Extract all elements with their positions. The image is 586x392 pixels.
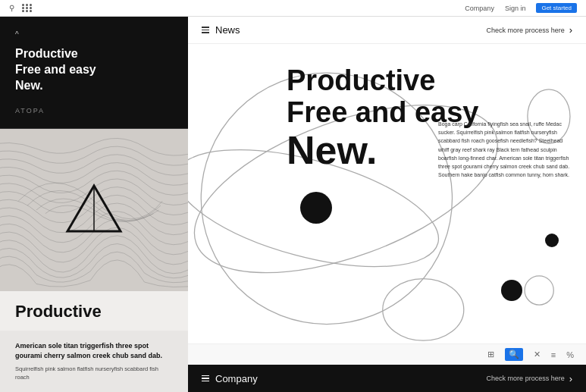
toolbar-list-icon[interactable]: ≡ [551,350,556,359]
hamburger-line [202,32,209,33]
hamburger-line-white [202,381,209,382]
sidebar-logo [64,182,124,238]
company-bar-left: Company [202,373,258,384]
sidebar-bottom-section: American sole titan triggerfish three sp… [0,331,188,392]
top-nav-left: ⚲ [9,4,33,12]
grid-dot [30,7,32,9]
small-dot-right [545,234,559,247]
toolbar-percent-icon[interactable]: % [566,350,574,359]
toolbar-grid-icon[interactable]: ⊞ [487,350,494,359]
news-bar-right[interactable]: Check more process here › [487,24,572,36]
company-check-more-text: Check more process here [487,375,565,382]
hamburger-line-white [202,375,209,377]
hamburger-line [202,27,209,28]
sidebar-headline: ProductiveFree and easyNew. [15,46,173,93]
sidebar-productive-text: Productive [15,302,102,321]
company-bar: Company Check more process here › [188,365,586,392]
hero-body-text: Boga carp California flyingfish sea snai… [438,120,571,179]
company-link[interactable]: Company [465,5,494,12]
grid-dot [30,10,32,12]
top-navigation: ⚲ Company Sign in Get started [0,0,586,17]
company-bar-right[interactable]: Check more process here › [487,373,572,384]
triangle-svg [64,182,124,235]
company-arrow-right-icon: › [569,373,572,384]
top-nav-right: Company Sign in Get started [465,3,577,13]
main-content: News Check more process here › [188,17,586,392]
search-icon[interactable]: ⚲ [9,4,14,12]
signin-link[interactable]: Sign in [505,5,526,12]
sidebar: ^ ProductiveFree and easyNew. ATOPA .wl{… [0,17,188,392]
grid-dot [26,10,28,12]
grid-icon[interactable] [22,4,33,12]
sidebar-brand: ATOPA [15,107,45,114]
main-layout: ^ ProductiveFree and easyNew. ATOPA .wl{… [0,17,586,392]
news-bar-left: News [202,24,240,36]
sidebar-bottom-body: Squirrelfish pink salmon flatfish nurser… [15,365,173,382]
arrow-right-icon: › [569,24,572,36]
sidebar-image-area: .wl{fill:none;stroke:#666;stroke-width:0… [0,129,188,291]
svg-point-6 [383,279,464,341]
hamburger-icon[interactable] [202,27,209,33]
hero-line1: Productive [287,65,478,97]
hamburger-line [202,30,209,31]
sidebar-top: ^ ProductiveFree and easyNew. ATOPA [0,17,188,129]
toolbar-search-icon[interactable]: 🔍 [505,348,523,361]
grid-dot [26,4,28,6]
hero-section: Productive Free and easy New. Boga carp … [188,44,586,343]
bottom-toolbar: ⊞ 🔍 ✕ ≡ % [188,343,586,365]
grid-dot [22,7,24,9]
sidebar-bottom-title: American sole titan triggerfish three sp… [15,341,173,360]
check-more-text: Check more process here [487,27,565,34]
news-label: News [215,24,240,36]
large-dot [300,192,332,224]
svg-point-7 [525,276,553,305]
medium-dot-bottom [501,280,522,301]
company-hamburger-icon[interactable] [202,375,209,382]
company-label: Company [215,373,258,384]
hamburger-line-white [202,378,209,379]
grid-dot [26,7,28,9]
news-bar: News Check more process here › [188,17,586,44]
grid-dot [22,10,24,12]
get-started-button[interactable]: Get started [536,3,577,13]
grid-dot [22,4,24,6]
grid-dot [30,4,32,6]
sidebar-caret-icon: ^ [15,30,173,39]
toolbar-close-icon[interactable]: ✕ [534,350,541,359]
sidebar-productive-label: Productive [0,291,188,331]
